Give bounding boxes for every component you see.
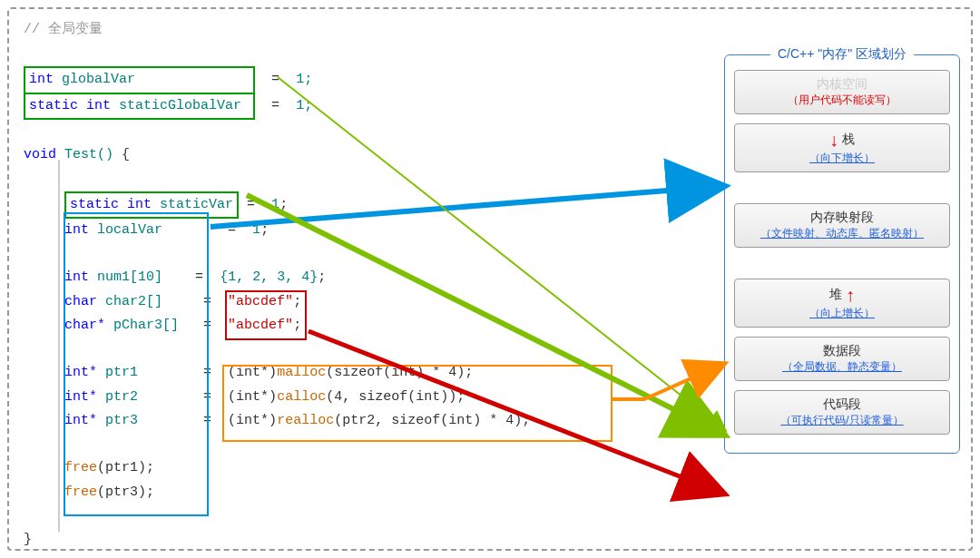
mem-heap: 堆 ↑ （向上增长） xyxy=(734,279,950,328)
mem-data: 数据段 （全局数据、静态变量） xyxy=(734,337,950,381)
global-comment: // 全局变量 xyxy=(24,20,956,37)
local-vars-box xyxy=(64,212,209,516)
global-vars-box: int globalVar xyxy=(24,66,255,93)
memory-panel-title: C/C++ "内存" 区域划分 xyxy=(770,46,914,63)
memory-layout-panel: C/C++ "内存" 区域划分 内核空间 （用户代码不能读写） ↓ 栈 （向下增… xyxy=(724,54,960,454)
heap-arrow-up-icon: ↑ xyxy=(846,285,855,305)
heap-alloc-box xyxy=(222,365,612,442)
stack-arrow-down-icon: ↓ xyxy=(829,130,838,150)
static-global-box: static int staticGlobalVar xyxy=(24,94,255,120)
mem-mmap: 内存映射段 （文件映射、动态库、匿名映射） xyxy=(734,203,950,248)
mem-code: 代码段 （可执行代码/只读常量） xyxy=(734,390,950,435)
function-body-bar xyxy=(58,160,60,532)
diagram-container: // 全局变量 int globalVar = 1; static int st… xyxy=(7,7,973,551)
mem-kernel: 内核空间 （用户代码不能读写） xyxy=(734,70,950,114)
string-literals-box xyxy=(225,290,307,340)
mem-stack: ↓ 栈 （向下增长） xyxy=(734,123,950,172)
